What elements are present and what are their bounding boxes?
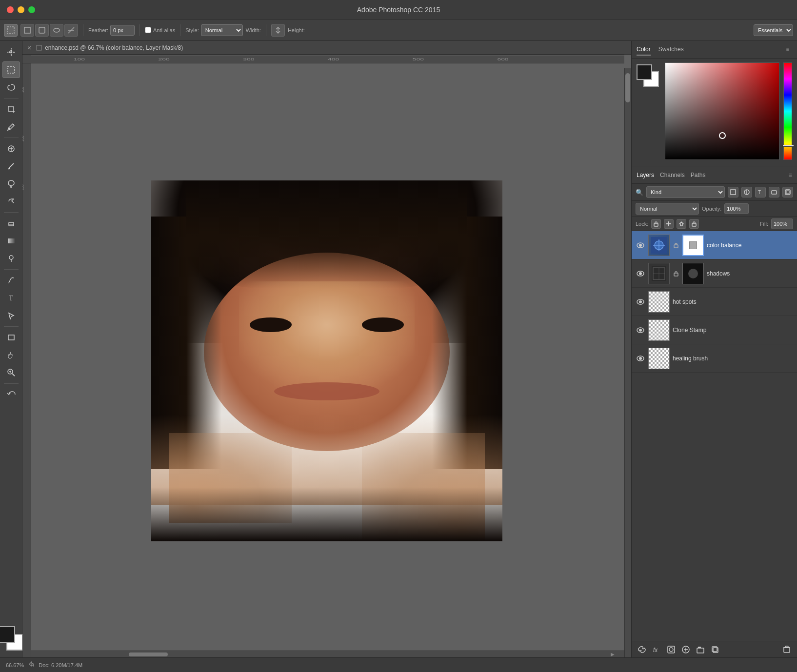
document-close-icon[interactable]: × xyxy=(27,44,31,52)
foreground-color-swatch[interactable] xyxy=(0,626,15,643)
tab-paths[interactable]: Paths xyxy=(691,170,706,180)
filter-type-icon[interactable]: T xyxy=(755,187,766,198)
feather-label: Feather: xyxy=(88,27,108,33)
pen-tool[interactable] xyxy=(2,272,20,289)
tool-icon-1[interactable] xyxy=(20,24,34,37)
lasso-tool[interactable] xyxy=(2,79,20,96)
eyedropper-tool[interactable] xyxy=(2,119,20,135)
layer-name-color-balance: color balance xyxy=(707,242,793,249)
color-gradient-picker[interactable] xyxy=(665,62,779,160)
layers-panel-menu-icon[interactable]: ≡ xyxy=(789,172,792,178)
marquee-tool[interactable] xyxy=(2,61,20,78)
hand-tool[interactable] xyxy=(2,347,20,363)
layer-row-hot-spots[interactable]: hot spots xyxy=(632,288,797,316)
svg-text:600: 600 xyxy=(497,57,508,60)
visibility-healing-brush[interactable] xyxy=(636,354,645,363)
layers-filter-row: 🔍 Kind T xyxy=(632,184,797,201)
dodge-tool[interactable] xyxy=(2,250,20,267)
crop-tool[interactable] xyxy=(2,101,20,118)
rectangle-tool[interactable] xyxy=(2,329,20,346)
share-icon[interactable] xyxy=(28,661,35,669)
lock-position-icon[interactable] xyxy=(664,219,674,229)
canvas-container[interactable]: 100 200 300 400 500 600 100 200 300 xyxy=(22,55,631,657)
feather-input[interactable] xyxy=(110,25,135,36)
layers-blend-row: Normal Multiply Screen Overlay Opacity: xyxy=(632,201,797,217)
lock-all-icon[interactable] xyxy=(689,219,699,229)
blend-mode-select[interactable]: Normal Multiply Screen Overlay xyxy=(636,203,699,215)
color-panel-menu-icon[interactable]: ≡ xyxy=(786,47,792,53)
foreground-swatch[interactable] xyxy=(637,64,652,80)
zoom-tool[interactable] xyxy=(2,364,20,381)
clone-stamp-tool[interactable] xyxy=(2,176,20,192)
layer-row-color-balance[interactable]: color balance xyxy=(632,231,797,259)
play-button[interactable]: ▶ xyxy=(611,652,615,657)
healing-brush-tool[interactable] xyxy=(2,140,20,157)
svg-rect-42 xyxy=(786,191,789,194)
canvas-scroll-thumb[interactable] xyxy=(625,73,630,102)
delete-layer-icon[interactable] xyxy=(781,644,792,655)
marquee-tool-btn[interactable] xyxy=(4,24,18,37)
mask-thumbnail-shadows xyxy=(682,263,704,284)
layer-row-healing-brush[interactable]: healing brush xyxy=(632,344,797,373)
canvas-hscrollbar[interactable]: ▶ xyxy=(31,651,624,657)
document-tab[interactable]: × enhance.psd @ 66.7% (color balance, La… xyxy=(22,41,631,55)
canvas-scrollbar[interactable] xyxy=(624,68,631,657)
canvas-hscroll-thumb[interactable] xyxy=(129,652,168,656)
lock-move-icon[interactable] xyxy=(677,219,686,229)
canvas-area: × enhance.psd @ 66.7% (color balance, La… xyxy=(22,41,631,657)
svg-rect-75 xyxy=(784,648,790,652)
filter-adjustment-icon[interactable] xyxy=(741,187,752,198)
svg-text:300: 300 xyxy=(22,184,24,190)
visibility-shadows[interactable] xyxy=(636,269,645,278)
antialias-checkbox[interactable] xyxy=(145,27,151,33)
brush-tool[interactable] xyxy=(2,158,20,175)
fill-input[interactable] xyxy=(771,218,793,229)
eraser-tool[interactable] xyxy=(2,215,20,232)
new-layer-icon[interactable] xyxy=(710,644,720,655)
minimize-button[interactable] xyxy=(18,6,24,13)
add-mask-icon[interactable] xyxy=(666,644,677,655)
maximize-button[interactable] xyxy=(28,6,35,13)
filter-pixel-icon[interactable] xyxy=(728,187,738,198)
color-picker-area xyxy=(632,59,797,162)
right-panel: Color Swatches ≡ xyxy=(631,41,797,657)
tool-icon-2[interactable] xyxy=(35,24,49,37)
tab-channels[interactable]: Channels xyxy=(660,170,685,180)
visibility-color-balance[interactable] xyxy=(636,240,645,250)
move-tool[interactable] xyxy=(2,44,20,60)
tool-icon-4[interactable] xyxy=(64,24,78,37)
svg-rect-36 xyxy=(731,190,736,195)
path-selection-tool[interactable] xyxy=(2,307,20,324)
type-tool[interactable]: T xyxy=(2,290,20,306)
svg-rect-72 xyxy=(698,647,701,648)
style-select[interactable]: Normal Fixed Ratio Fixed Size xyxy=(201,24,243,36)
hue-indicator xyxy=(782,145,794,147)
history-brush-tool[interactable] xyxy=(2,193,20,210)
layer-row-shadows[interactable]: shadows xyxy=(632,259,797,288)
thumbnail-color-balance xyxy=(648,235,670,256)
filter-shape-icon[interactable] xyxy=(769,187,779,198)
undo-icon[interactable] xyxy=(2,386,20,403)
tab-layers[interactable]: Layers xyxy=(637,170,654,180)
swap-wh-icon[interactable] xyxy=(271,24,285,37)
visibility-clone-stamp[interactable] xyxy=(636,325,645,335)
fx-icon[interactable]: fx xyxy=(651,644,662,655)
visibility-hot-spots[interactable] xyxy=(636,297,645,307)
ruler-vertical: 100 200 300 xyxy=(22,63,31,657)
gradient-tool[interactable] xyxy=(2,233,20,249)
new-adjustment-icon[interactable] xyxy=(680,644,691,655)
new-group-icon[interactable] xyxy=(695,644,706,655)
hue-slider[interactable] xyxy=(783,62,792,160)
opacity-input[interactable] xyxy=(724,203,749,214)
filter-smart-icon[interactable] xyxy=(782,187,793,198)
workspace-select[interactable]: Essentials xyxy=(754,24,793,36)
tab-color[interactable]: Color xyxy=(637,44,651,56)
tool-icon-3[interactable] xyxy=(50,24,63,37)
tab-swatches[interactable]: Swatches xyxy=(658,44,684,56)
lock-pixels-icon[interactable] xyxy=(651,219,661,229)
tool-divider-4 xyxy=(4,269,19,270)
close-button[interactable] xyxy=(7,6,14,13)
link-layers-icon[interactable] xyxy=(637,644,647,655)
layer-filter-select[interactable]: Kind xyxy=(646,186,725,198)
layer-row-clone-stamp[interactable]: Clone Stamp xyxy=(632,316,797,344)
